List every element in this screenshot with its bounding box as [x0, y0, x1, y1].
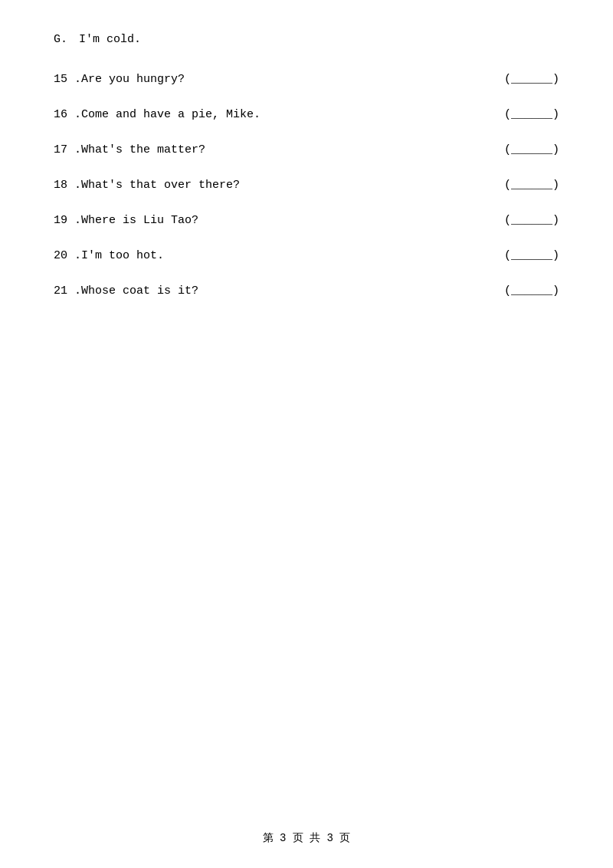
- question-number: 21 .: [54, 282, 81, 301]
- question-text: Come and have a pie, Mike.: [81, 106, 498, 124]
- answer-blank: (______): [504, 247, 559, 265]
- question-item: 18 . What's that over there? (______): [54, 176, 559, 195]
- question-number: 17 .: [54, 141, 81, 159]
- page-content: G. I'm cold. 15 . Are you hungry? (_____…: [0, 0, 613, 379]
- item-g-label: G.: [54, 33, 67, 46]
- question-item: 21 . Whose coat is it? (______): [54, 282, 559, 301]
- item-g-text: I'm cold.: [79, 33, 141, 46]
- question-item: 17 . What's the matter? (______): [54, 141, 559, 159]
- question-number: 18 .: [54, 176, 81, 195]
- question-number: 16 .: [54, 106, 81, 124]
- question-text: I'm too hot.: [81, 247, 498, 265]
- question-item: 20 . I'm too hot. (______): [54, 247, 559, 265]
- question-text: What's the matter?: [81, 141, 498, 159]
- question-number: 20 .: [54, 247, 81, 265]
- question-text: What's that over there?: [81, 176, 498, 195]
- question-number: 15 .: [54, 71, 81, 89]
- question-item: 15 . Are you hungry? (______): [54, 71, 559, 89]
- question-item: 19 . Where is Liu Tao? (______): [54, 212, 559, 230]
- answer-blank: (______): [504, 106, 559, 124]
- answer-blank: (______): [504, 176, 559, 195]
- answer-blank: (______): [504, 71, 559, 89]
- answer-blank: (______): [504, 282, 559, 301]
- page-footer: 第 3 页 共 3 页: [0, 831, 613, 845]
- question-text: Are you hungry?: [81, 71, 498, 89]
- questions-container: 15 . Are you hungry? (______)16 . Come a…: [54, 71, 559, 301]
- answer-blank: (______): [504, 212, 559, 230]
- footer-text: 第 3 页 共 3 页: [263, 832, 351, 844]
- question-item: 16 . Come and have a pie, Mike. (______): [54, 106, 559, 124]
- item-g: G. I'm cold.: [54, 31, 559, 49]
- question-text: Where is Liu Tao?: [81, 212, 498, 230]
- question-text: Whose coat is it?: [81, 282, 498, 301]
- answer-blank: (______): [504, 141, 559, 159]
- question-number: 19 .: [54, 212, 81, 230]
